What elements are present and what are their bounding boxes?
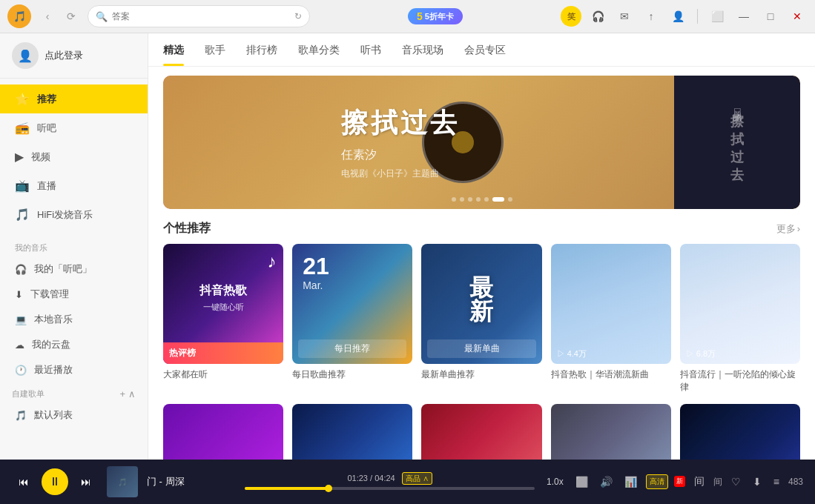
forward-button[interactable]: ⟳ — [61, 6, 82, 27]
screen-mode-icon[interactable]: ⬜ — [707, 6, 727, 27]
playlist-button[interactable]: ≡ — [771, 473, 782, 491]
play-count-2: ▷ 6.8万 — [686, 348, 716, 359]
heart-button[interactable]: ♡ — [728, 473, 744, 491]
download-button[interactable]: ⬇ — [750, 473, 765, 491]
tab-charts[interactable]: 排行榜 — [246, 33, 277, 66]
card-thumb-douyin: 抖音热歌 一键随心听 ♪ ↻ 热评榜 — [163, 244, 283, 364]
card-person1[interactable]: ▷ 4.4万 抖音热歌｜华语潮流新曲 — [551, 244, 671, 394]
hd-badge[interactable]: 高清 — [646, 474, 668, 489]
local-icon: 💻 — [15, 314, 27, 325]
headphone-icon[interactable]: 🎧 — [587, 6, 608, 27]
account-icon[interactable]: 👤 — [667, 6, 688, 27]
my-music-section-title: 我的音乐 — [0, 235, 148, 256]
banner-right-text: 日单曲 — [730, 101, 744, 105]
close-icon[interactable]: ✕ — [787, 6, 808, 27]
sidebar-label-live: 直播 — [37, 179, 56, 193]
dot-0 — [452, 197, 456, 202]
sidebar-item-recent[interactable]: 🕐 最近播放 — [0, 357, 148, 382]
add-playlist-button[interactable]: + — [119, 388, 125, 399]
equalizer-button[interactable]: 📊 — [621, 473, 640, 491]
sidebar-item-download[interactable]: ⬇ 下载管理 — [0, 282, 148, 307]
title-bar-right: 笑 🎧 ✉ ↑ 👤 ⬜ — □ ✕ — [561, 6, 808, 27]
download-icon: ⬇ — [15, 289, 23, 300]
nav-tabs: 精选 歌手 排行榜 歌单分类 听书 音乐现场 会员专区 — [148, 33, 815, 67]
mail-icon[interactable]: ✉ — [614, 6, 635, 27]
section-more-personal[interactable]: 更多 › — [776, 222, 800, 236]
tab-concert[interactable]: 音乐现场 — [402, 33, 443, 66]
sidebar-label-recommend: 推荐 — [37, 93, 56, 106]
card-label-douyin: 大家都在听 — [163, 368, 283, 381]
player-thumb-image: 🎵 — [107, 466, 138, 497]
title-bar: 🎵 ‹ ⟳ 🔍 ↻ 5 5折年卡 笑 🎧 ✉ ↑ 👤 ⬜ — □ ✕ — [0, 0, 815, 33]
tab-playlists[interactable]: 歌单分类 — [298, 33, 340, 66]
upload-icon[interactable]: ↑ — [641, 6, 661, 27]
comment-button[interactable]: 间 — [691, 472, 707, 491]
tab-audiobook[interactable]: 听书 — [360, 33, 381, 66]
new-text: 最 新 — [469, 276, 495, 323]
banner-right-panel: 日单曲 擦拭过去 — [674, 76, 800, 209]
sidebar-item-tingba[interactable]: 📻 听吧 — [0, 113, 148, 142]
sidebar-item-my-tingba[interactable]: 🎧 我的「听吧」 — [0, 256, 148, 282]
sidebar-item-recommend[interactable]: ⭐ 推荐 — [0, 84, 148, 113]
card-douyin-hot[interactable]: 抖音热歌 一键随心听 ♪ ↻ 热评榜 大家都在听 — [163, 244, 283, 394]
time-current: 01:23 — [347, 474, 368, 483]
hot-badge: 热评榜 — [163, 342, 283, 364]
dot-5 — [492, 197, 504, 202]
cards-grid: 抖音热歌 一键随心听 ♪ ↻ 热评榜 大家都在听 — [163, 244, 800, 394]
banner[interactable]: 擦拭过去 任素汐 电视剧《小日子》主题曲 日单曲 擦拭过去 — [163, 76, 800, 209]
title-center: 5 5折年卡 — [316, 8, 555, 24]
bottom-card-2[interactable] — [292, 404, 412, 460]
cloud-label: 我的云盘 — [32, 338, 70, 351]
bottom-card-5[interactable] — [680, 404, 800, 460]
custom-list-actions: + ∧ — [119, 388, 136, 399]
vip-avatar[interactable]: 笑 — [561, 6, 581, 27]
back-button[interactable]: ‹ — [37, 6, 58, 27]
bottom-card-4[interactable] — [551, 404, 671, 460]
quality-badge[interactable]: 高品 ∧ — [402, 472, 432, 485]
quality-arrow: ∧ — [423, 474, 429, 483]
volume-button[interactable]: 🔊 — [597, 473, 616, 491]
player-info: 门 - 周深 — [147, 475, 236, 488]
sidebar-item-cloud[interactable]: ☁ 我的云盘 — [0, 332, 148, 357]
speed-control[interactable]: 1.0x — [544, 475, 567, 488]
collapse-button[interactable]: ∧ — [128, 388, 136, 399]
bottom-inner-5 — [680, 404, 800, 460]
tab-featured[interactable]: 精选 — [163, 33, 184, 66]
player-controls: ⏮ ⏸ ⏭ — [12, 468, 98, 495]
sidebar-item-default-playlist[interactable]: 🎵 默认列表 — [0, 402, 148, 428]
hifi-icon: 🎵 — [15, 208, 30, 222]
sidebar-item-hifi[interactable]: 🎵 HiFi发烧音乐 — [0, 200, 148, 229]
screen-button[interactable]: ⬜ — [573, 473, 591, 491]
sidebar-item-video[interactable]: ▶ 视频 — [0, 142, 148, 171]
date-text: 21 Mar. — [303, 254, 329, 291]
play-count-1: ▷ 4.4万 — [557, 348, 587, 359]
new-badge: 新 — [674, 476, 685, 487]
tab-vip[interactable]: 会员专区 — [464, 33, 506, 66]
promo-badge[interactable]: 5 5折年卡 — [408, 8, 463, 24]
sidebar-item-local[interactable]: 💻 本地音乐 — [0, 307, 148, 332]
local-label: 本地音乐 — [34, 313, 73, 326]
dot-6 — [508, 197, 512, 202]
search-input[interactable] — [112, 11, 290, 21]
bottom-card-3[interactable] — [421, 404, 541, 460]
card-new-singles[interactable]: 最 新 最新单曲 最新单曲推荐 — [421, 244, 541, 394]
minimize-icon[interactable]: — — [733, 6, 754, 27]
my-tingba-label: 我的「听吧」 — [34, 262, 92, 276]
card-person2[interactable]: ▷ 6.8万 抖音流行｜一听沦陷的倾心旋律 — [680, 244, 800, 394]
play-pause-button[interactable]: ⏸ — [42, 468, 68, 495]
login-button[interactable]: 👤 点此登录 — [0, 33, 148, 79]
prev-button[interactable]: ⏮ — [12, 470, 36, 494]
sidebar-item-live[interactable]: 📺 直播 — [0, 171, 148, 200]
sidebar-nav: ⭐ 推荐 📻 听吧 ▶ 视频 📺 直播 🎵 HiFi发烧音乐 — [0, 79, 148, 235]
card-label-daily: 每日歌曲推荐 — [292, 368, 412, 381]
next-button[interactable]: ⏭ — [74, 470, 98, 494]
progress-bar[interactable] — [245, 487, 535, 490]
main-layout: 👤 点此登录 ⭐ 推荐 📻 听吧 ▶ 视频 📺 直播 🎵 HiFi发烧音 — [0, 33, 815, 460]
tab-singer[interactable]: 歌手 — [205, 33, 225, 66]
card-daily[interactable]: 21 Mar. 每日推荐 每日歌曲推荐 — [292, 244, 412, 394]
person1-bg: ▷ 4.4万 — [551, 244, 671, 364]
bottom-card-1[interactable] — [163, 404, 283, 460]
maximize-icon[interactable]: □ — [760, 6, 781, 27]
search-bar[interactable]: 🔍 ↻ — [88, 5, 310, 27]
card-thumb-new: 最 新 最新单曲 — [421, 244, 541, 364]
